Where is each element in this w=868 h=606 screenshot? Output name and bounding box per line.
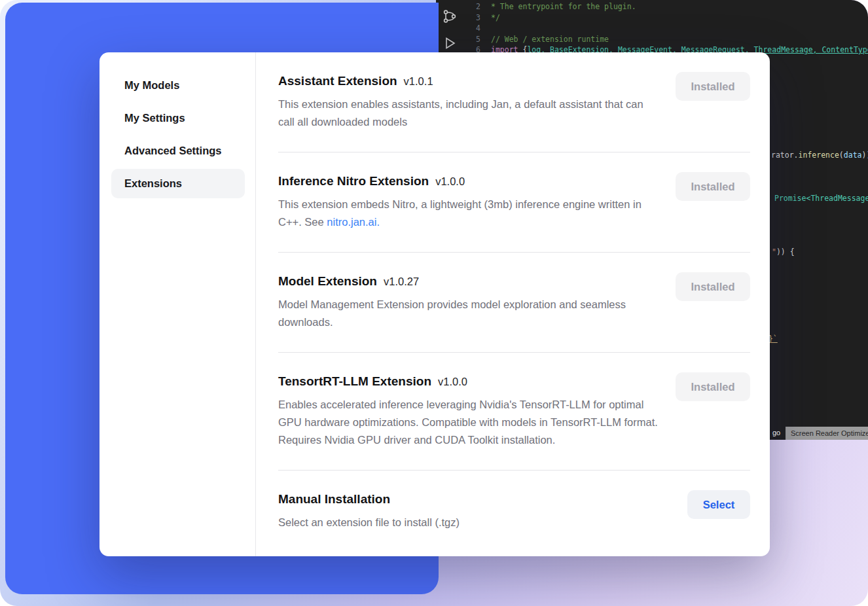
- code-line: 2 * The entrypoint for the plugin.: [461, 1, 868, 12]
- extension-info: TensortRT-LLM Extensionv1.0.0 Enables ac…: [278, 372, 658, 449]
- extension-info: Assistant Extensionv1.0.1 This extension…: [278, 72, 658, 131]
- extension-row-inference-nitro: Inference Nitro Extensionv1.0.0 This ext…: [278, 152, 750, 253]
- code-comment: */: [491, 12, 500, 24]
- extension-info: Manual Installation Select an extension …: [278, 490, 460, 531]
- select-file-button[interactable]: Select: [687, 490, 750, 519]
- manual-installation-title: Manual Installation: [278, 490, 460, 508]
- extension-name: TensortRT-LLM Extension: [278, 374, 431, 388]
- extension-name: Inference Nitro Extension: [278, 174, 429, 188]
- code-paren: (: [839, 151, 844, 160]
- code-comment: * The entrypoint for the plugin.: [491, 1, 636, 12]
- extension-name: Manual Installation: [278, 492, 390, 506]
- sidebar-item-label: Extensions: [124, 177, 182, 190]
- code-argument: data: [844, 151, 862, 160]
- run-debug-icon[interactable]: [441, 35, 457, 51]
- sidebar-item-label: My Settings: [124, 112, 185, 124]
- installed-button[interactable]: Installed: [676, 272, 750, 301]
- line-number: 3: [461, 12, 480, 24]
- extension-row-model: Model Extensionv1.0.27 Model Management …: [278, 253, 750, 353]
- installed-button[interactable]: Installed: [676, 172, 750, 201]
- status-text: go: [772, 429, 780, 437]
- settings-modal: My Models My Settings Advanced Settings …: [99, 52, 770, 556]
- extensions-panel: Assistant Extensionv1.0.1 This extension…: [256, 52, 770, 556]
- code-fragment: rator.inference(data));: [771, 150, 868, 160]
- code-brace: )) {: [776, 247, 795, 257]
- extension-title: Assistant Extensionv1.0.1: [278, 72, 658, 90]
- extension-description: This extension embeds Nitro, a lightweig…: [278, 196, 658, 231]
- extension-title: Model Extensionv1.0.27: [278, 272, 658, 291]
- line-number: 4: [461, 23, 480, 34]
- sidebar-item-label: Advanced Settings: [124, 145, 222, 157]
- extension-row-tensorrt-llm: TensortRT-LLM Extensionv1.0.0 Enables ac…: [278, 353, 750, 471]
- code-line: 4: [461, 23, 868, 34]
- extension-version: v1.0.0: [438, 376, 467, 387]
- extension-name: Model Extension: [278, 274, 377, 288]
- code-area: 2 * The entrypoint for the plugin. 3 */ …: [461, 1, 868, 56]
- extension-description: Model Management Extension provides mode…: [278, 296, 658, 331]
- sidebar-item-extensions[interactable]: Extensions: [111, 169, 245, 198]
- manual-installation-row: Manual Installation Select an extension …: [278, 471, 750, 538]
- nitro-jan-ai-link[interactable]: nitro.jan.ai.: [327, 216, 380, 228]
- extension-version: v1.0.1: [404, 75, 433, 87]
- code-paren: ));: [862, 151, 868, 160]
- manual-installation-description: Select an extension file to install (.tg…: [278, 514, 460, 531]
- extension-info: Inference Nitro Extensionv1.0.0 This ext…: [278, 172, 658, 231]
- line-number: 2: [461, 1, 480, 12]
- sidebar-item-label: My Models: [124, 79, 179, 92]
- extension-row-assistant: Assistant Extensionv1.0.1 This extension…: [278, 52, 750, 152]
- extension-description: This extension enables assistants, inclu…: [278, 96, 658, 131]
- extension-title: TensortRT-LLM Extensionv1.0.0: [278, 372, 658, 391]
- sidebar-item-advanced-settings[interactable]: Advanced Settings: [111, 136, 245, 166]
- sidebar-item-my-models[interactable]: My Models: [111, 71, 245, 100]
- code-string: ": [772, 247, 776, 257]
- source-control-icon[interactable]: [442, 9, 458, 24]
- extension-version: v1.0.0: [435, 175, 465, 187]
- code-fragment: Promise<ThreadMessage>: [774, 193, 868, 204]
- sidebar-item-my-settings[interactable]: My Settings: [111, 103, 245, 133]
- code-comment: // Web / extension runtime: [491, 34, 609, 45]
- screenshot-canvas: 2 * The entrypoint for the plugin. 3 */ …: [0, 0, 868, 606]
- code-line: 5 // Web / extension runtime: [461, 34, 868, 45]
- extension-title: Inference Nitro Extensionv1.0.0: [278, 172, 658, 190]
- extension-description: Enables accelerated inference leveraging…: [278, 396, 658, 449]
- code-line: 3 */: [461, 12, 868, 24]
- line-number: 5: [461, 34, 480, 45]
- settings-sidebar: My Models My Settings Advanced Settings …: [99, 52, 256, 556]
- code-method: inference: [799, 151, 839, 160]
- installed-button[interactable]: Installed: [676, 372, 750, 401]
- extension-version: v1.0.27: [384, 276, 419, 287]
- installed-button[interactable]: Installed: [676, 72, 750, 101]
- code-object: rator.: [771, 151, 799, 160]
- extension-name: Assistant Extension: [278, 74, 397, 88]
- extension-info: Model Extensionv1.0.27 Model Management …: [278, 272, 658, 331]
- screen-reader-status-item[interactable]: Screen Reader Optimize: [786, 427, 868, 440]
- code-fragment: ")) {: [772, 247, 795, 257]
